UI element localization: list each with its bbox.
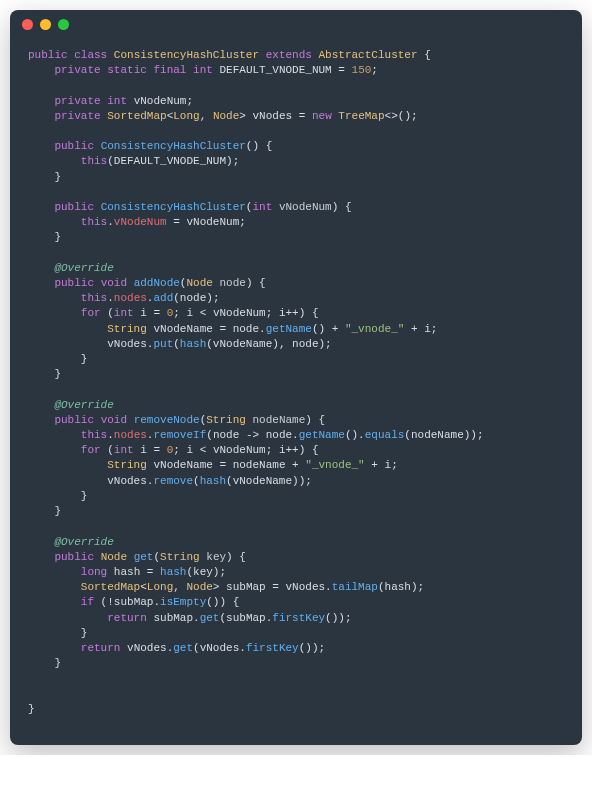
code-line: SortedMap<Long, Node> subMap = vNodes.ta… [28,581,424,593]
code-line: private SortedMap<Long, Node> vNodes = n… [28,110,418,122]
code-line: vNodes.remove(hash(vNodeName)); [28,475,312,487]
code-line: public Node get(String key) { [28,551,246,563]
code-window: public class ConsistencyHashCluster exte… [10,10,582,745]
code-line: @Override [28,262,114,274]
code-line: public void removeNode(String nodeName) … [28,414,325,426]
code-line: } [28,657,61,669]
code-line: for (int i = 0; i < vNodeNum; i++) { [28,444,319,456]
code-line: } [28,627,87,639]
code-line: vNodes.put(hash(vNodeName), node); [28,338,332,350]
code-line: public class ConsistencyHashCluster exte… [28,49,431,61]
code-line: } [28,353,87,365]
code-line: return subMap.get(subMap.firstKey()); [28,612,352,624]
code-line: } [28,490,87,502]
maximize-icon[interactable] [58,19,69,30]
code-line: public void addNode(Node node) { [28,277,266,289]
code-line: if (!subMap.isEmpty()) { [28,596,239,608]
minimize-icon[interactable] [40,19,51,30]
code-line: long hash = hash(key); [28,566,226,578]
code-line: this.nodes.removeIf(node -> node.getName… [28,429,484,441]
code-line: this.nodes.add(node); [28,292,219,304]
code-line: @Override [28,399,114,411]
code-line: public ConsistencyHashCluster(int vNodeN… [28,201,352,213]
code-line: public ConsistencyHashCluster() { [28,140,272,152]
code-line: return vNodes.get(vNodes.firstKey()); [28,642,325,654]
code-line: } [28,505,61,517]
code-block: public class ConsistencyHashCluster exte… [10,38,582,745]
code-line: String vNodeName = nodeName + "_vnode_" … [28,459,398,471]
code-line: this.vNodeNum = vNodeNum; [28,216,246,228]
code-line: this(DEFAULT_VNODE_NUM); [28,155,239,167]
window-titlebar [10,10,582,38]
code-line: String vNodeName = node.getName() + "_vn… [28,323,437,335]
code-line: for (int i = 0; i < vNodeNum; i++) { [28,307,319,319]
code-line: } [28,703,35,715]
code-line: } [28,368,61,380]
code-line: } [28,231,61,243]
close-icon[interactable] [22,19,33,30]
code-line: } [28,171,61,183]
code-line: private static final int DEFAULT_VNODE_N… [28,64,378,76]
code-line: private int vNodeNum; [28,95,193,107]
code-line: @Override [28,536,114,548]
